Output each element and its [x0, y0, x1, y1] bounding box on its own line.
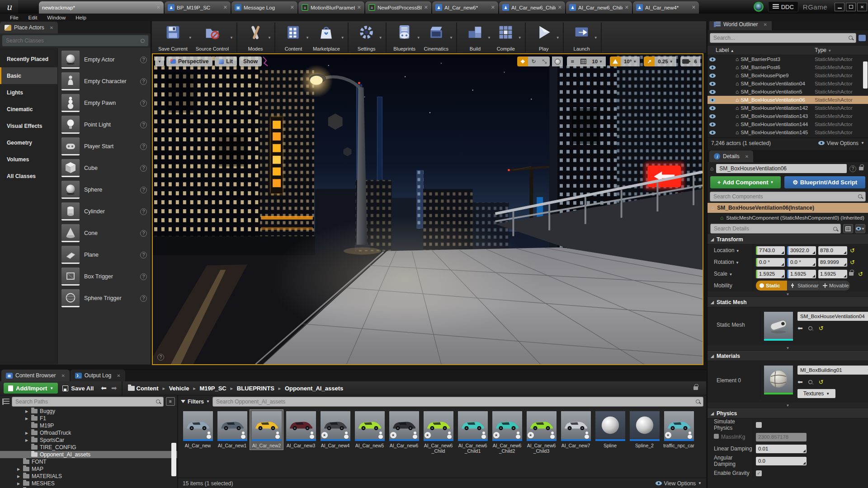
menu-item[interactable]: Edit	[24, 15, 42, 20]
grid-snap-button[interactable]	[578, 56, 589, 66]
folder-tree-item[interactable]: ▶ MATERIALS	[0, 473, 177, 480]
expand-arrow-icon[interactable]: ▶	[25, 431, 29, 435]
close-icon[interactable]: ✕	[223, 5, 227, 10]
doc-tab[interactable]: BP_M19P_SC ✕	[165, 1, 231, 14]
expand-arrow-icon[interactable]: ▶	[25, 417, 29, 421]
doc-tab[interactable]: AI_Car_new6_Child2* ✕	[566, 1, 632, 14]
actor-thumbnail[interactable]	[61, 267, 80, 286]
chevron-down-icon[interactable]: ▼	[230, 36, 233, 40]
asset-tile[interactable]: ★ traffic_npc_car	[662, 409, 696, 450]
placeable-actor-item[interactable]: Point Light ?	[58, 114, 151, 136]
location-value-field[interactable]: 7743.0	[756, 246, 785, 255]
toolbar-button[interactable]: Modes	[241, 23, 270, 52]
find-icon[interactable]	[808, 380, 812, 384]
outliner-row[interactable]: ⌂ SM_BoxHousePipe9 StaticMeshActor	[708, 71, 868, 80]
visibility-eye-icon[interactable]	[709, 82, 716, 86]
property-matrix-button[interactable]	[843, 224, 853, 233]
visibility-eye-icon[interactable]	[709, 106, 716, 110]
find-icon[interactable]	[808, 326, 812, 330]
toolbar-button[interactable]: Build	[460, 23, 490, 52]
rotation-snap-value[interactable]: 10°▼	[621, 56, 640, 66]
section-transform[interactable]: ◢Transform	[708, 235, 868, 244]
category-item[interactable]: Recently Placed	[0, 51, 57, 67]
placeable-actor-item[interactable]: Empty Character ?	[58, 70, 151, 92]
category-item[interactable]: Lights	[0, 84, 57, 101]
location-value-field[interactable]: 30922.0	[787, 246, 816, 255]
asset-thumbnail[interactable]: ★	[492, 411, 522, 441]
asset-tile[interactable]: ★ Spline_2	[627, 409, 661, 450]
breadcrumb-item[interactable]: Content	[137, 385, 159, 392]
folder-tree-item[interactable]: ▶ FONT	[0, 458, 177, 465]
browse-to-asset-icon[interactable]: ⬅	[797, 324, 803, 332]
chevron-down-icon[interactable]: ▼	[487, 36, 491, 40]
visibility-eye-icon[interactable]	[709, 114, 716, 118]
actor-thumbnail[interactable]	[61, 51, 80, 69]
category-item[interactable]: All Classes	[0, 168, 57, 184]
section-static-mesh[interactable]: ◢Static Mesh	[708, 297, 868, 307]
camera-speed-value[interactable]: 6	[691, 56, 700, 66]
visibility-eye-icon[interactable]	[709, 98, 716, 102]
scale-snap-button[interactable]: ↗	[644, 56, 655, 66]
close-icon[interactable]: ✕	[424, 5, 428, 10]
asset-tile[interactable]: ★ AI_Car_new6_Child1	[456, 409, 490, 455]
close-icon[interactable]: ✕	[692, 5, 696, 10]
outliner-row[interactable]: ⌂ SM_BoxHouseVentilation5 StaticMeshActo…	[708, 88, 868, 96]
expand-arrow-icon[interactable]: ▶	[17, 482, 21, 486]
asset-tile[interactable]: ★ AI_Car_new2	[250, 409, 283, 450]
doc-tab[interactable]: AI_Car_new6_Child3* ✕	[499, 1, 565, 14]
asset-thumbnail[interactable]: ★	[389, 411, 419, 441]
asset-thumbnail[interactable]: ★	[630, 411, 660, 441]
toolbar-button[interactable]: Launch	[567, 23, 597, 52]
lock-icon[interactable]	[693, 386, 698, 390]
outliner-row[interactable]: ⌂ SM_BoxHouseVentilation144 StaticMeshAc…	[708, 120, 868, 128]
placeable-actor-item[interactable]: Empty Pawn ?	[58, 92, 151, 114]
toolbar-button[interactable]: Settings	[352, 23, 382, 52]
scale-value-field[interactable]: 1.5925	[756, 270, 785, 278]
category-item[interactable]: Geometry	[0, 134, 57, 151]
tab-place-actors[interactable]: Place Actors ✕	[0, 22, 58, 33]
menu-item[interactable]: Help	[71, 15, 91, 20]
perspective-button[interactable]: Perspective	[166, 56, 212, 66]
chevron-down-icon[interactable]: ▼	[518, 36, 522, 40]
show-button[interactable]: Show	[239, 56, 262, 66]
visibility-eye-icon[interactable]	[709, 122, 716, 127]
asset-thumbnail[interactable]: ★	[252, 411, 282, 441]
reset-icon[interactable]: ↺	[819, 325, 824, 332]
folder-tree-item[interactable]: ▶ MESHES	[0, 480, 177, 487]
actor-thumbnail[interactable]	[61, 224, 80, 242]
outliner-row[interactable]: ⌂ SM_BoxHouseVentilation06 StaticMeshAct…	[708, 96, 868, 104]
chevron-down-icon[interactable]: ▼	[341, 36, 344, 40]
visibility-eye-icon[interactable]	[709, 57, 716, 61]
chevron-down-icon[interactable]: ▼	[306, 36, 309, 40]
outliner-row[interactable]: ⌂ SM_BarrierPost3 StaticMeshActor	[708, 55, 868, 63]
asset-tile[interactable]: ★ Spline	[593, 409, 627, 450]
close-icon[interactable]: ✕	[357, 5, 361, 10]
asset-thumbnail[interactable]: ★	[321, 411, 350, 441]
asset-thumbnail[interactable]: ★	[217, 411, 247, 441]
actor-thumbnail[interactable]	[61, 289, 80, 307]
help-icon[interactable]: ?	[140, 295, 147, 302]
help-icon[interactable]: ?	[849, 165, 856, 172]
rotation-snap-button[interactable]	[610, 56, 621, 66]
outliner-row[interactable]: ⌂ SM_BarrierPost6 StaticMeshActor	[708, 63, 868, 71]
close-icon[interactable]: ✕	[745, 154, 749, 159]
rotation-value-field[interactable]: 0.0 °	[756, 258, 785, 267]
actor-thumbnail[interactable]	[61, 72, 80, 90]
viewport[interactable]: ▼ Perspective Lit Show ✥ ↻ ⤡ ⌗ 10▼ 10°▼ …	[152, 53, 703, 365]
reset-icon[interactable]: ↺	[850, 259, 855, 266]
viewport-3d-scene[interactable]	[153, 54, 703, 364]
close-icon[interactable]: ✕	[763, 22, 767, 27]
lit-button[interactable]: Lit	[215, 56, 237, 66]
outliner-view-options[interactable]: View Options▼	[818, 140, 864, 146]
close-icon[interactable]: ✕	[290, 5, 294, 10]
chevron-down-icon[interactable]: ▼	[268, 36, 271, 40]
category-item[interactable]: Volumes	[0, 151, 57, 168]
chevron-down-icon[interactable]: ▼	[417, 36, 420, 40]
help-icon[interactable]: ?	[140, 252, 147, 258]
asset-tile[interactable]: ★ AI_Car_new	[181, 409, 215, 450]
rotate-tool-button[interactable]: ↻	[528, 56, 539, 66]
asset-tile[interactable]: ★ AI_Car_new6_Child3	[524, 409, 558, 455]
rotation-value-field[interactable]: 0.0 °	[787, 258, 816, 267]
placeable-actor-item[interactable]: Cylinder ?	[58, 201, 151, 222]
category-item[interactable]: Cinematic	[0, 101, 57, 117]
